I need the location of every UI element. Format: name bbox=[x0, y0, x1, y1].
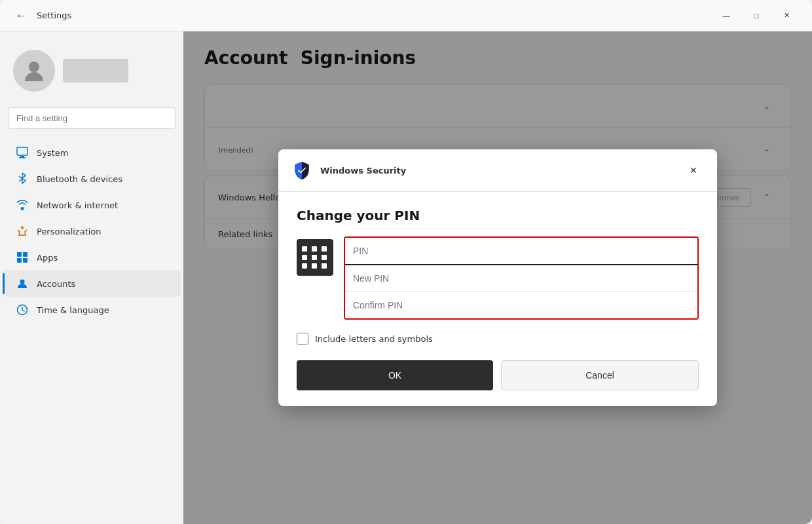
pin-keypad-icon bbox=[297, 239, 333, 276]
svg-rect-1 bbox=[17, 147, 28, 155]
sidebar-label-network: Network & internet bbox=[37, 200, 118, 210]
keypad-dot-8 bbox=[312, 263, 317, 269]
close-button[interactable]: ✕ bbox=[771, 5, 802, 26]
svg-rect-6 bbox=[17, 258, 22, 263]
personalization-icon bbox=[16, 225, 29, 238]
keypad-dot-4 bbox=[302, 255, 307, 260]
pin-fields-container bbox=[344, 236, 699, 320]
pin-form-container bbox=[297, 236, 699, 320]
svg-rect-5 bbox=[23, 252, 28, 257]
dialog-buttons: OK Cancel bbox=[297, 360, 699, 390]
main-content: System Bluetooth & devices bbox=[0, 31, 812, 524]
dialog-body: Change your PIN bbox=[278, 192, 717, 406]
svg-rect-7 bbox=[23, 258, 28, 263]
change-pin-dialog: Windows Security ✕ Change your PIN bbox=[278, 149, 717, 406]
sidebar-item-bluetooth[interactable]: Bluetooth & devices bbox=[3, 166, 181, 192]
new-pin-row bbox=[345, 265, 697, 292]
sidebar-label-time: Time & language bbox=[37, 305, 109, 315]
dialog-heading: Change your PIN bbox=[297, 208, 699, 223]
keypad-dot-3 bbox=[322, 246, 327, 252]
sidebar-label-apps: Apps bbox=[37, 253, 58, 263]
include-letters-checkbox[interactable] bbox=[297, 333, 308, 345]
bluetooth-icon bbox=[16, 172, 29, 185]
current-pin-input[interactable] bbox=[353, 243, 690, 259]
avatar bbox=[13, 50, 55, 92]
keypad-dot-2 bbox=[312, 246, 317, 252]
current-pin-row bbox=[345, 238, 697, 265]
sidebar-item-personalization[interactable]: Personalization bbox=[3, 218, 181, 244]
checkbox-row: Include letters and symbols bbox=[297, 333, 699, 345]
svg-rect-2 bbox=[20, 156, 24, 157]
system-icon bbox=[16, 146, 29, 159]
sidebar-item-apps[interactable]: Apps bbox=[3, 244, 181, 271]
back-button[interactable]: ← bbox=[10, 5, 31, 26]
svg-point-0 bbox=[29, 62, 39, 72]
sidebar-label-bluetooth: Bluetooth & devices bbox=[37, 174, 122, 184]
sidebar: System Bluetooth & devices bbox=[0, 31, 183, 524]
new-pin-input[interactable] bbox=[353, 271, 690, 286]
sidebar-label-accounts: Accounts bbox=[37, 279, 75, 289]
time-icon bbox=[16, 303, 29, 316]
keypad-dot-5 bbox=[312, 255, 317, 260]
sidebar-item-time[interactable]: Time & language bbox=[3, 297, 181, 323]
svg-point-8 bbox=[20, 280, 25, 284]
sidebar-item-accounts[interactable]: Accounts bbox=[3, 271, 181, 297]
user-section bbox=[0, 42, 183, 100]
sidebar-item-system[interactable]: System bbox=[3, 140, 181, 166]
maximize-button[interactable]: □ bbox=[741, 5, 771, 26]
search-input[interactable] bbox=[8, 107, 175, 129]
ok-button[interactable]: OK bbox=[297, 360, 493, 390]
windows-security-icon bbox=[291, 160, 312, 181]
sidebar-label-system: System bbox=[37, 148, 68, 158]
app-title: Settings bbox=[37, 10, 71, 20]
checkbox-label: Include letters and symbols bbox=[315, 334, 433, 344]
accounts-icon bbox=[16, 277, 29, 290]
cancel-button[interactable]: Cancel bbox=[501, 360, 699, 390]
sidebar-label-personalization: Personalization bbox=[37, 227, 101, 236]
keypad-dot-6 bbox=[322, 255, 327, 260]
button-row-container: OK Cancel bbox=[297, 360, 699, 390]
svg-rect-4 bbox=[17, 252, 22, 257]
svg-rect-3 bbox=[19, 157, 26, 159]
overlay: Windows Security ✕ Change your PIN bbox=[183, 31, 812, 524]
dialog-header: Windows Security ✕ bbox=[278, 149, 717, 192]
content-area: Account Sign-in ions ⌄ )mended) bbox=[183, 31, 812, 524]
confirm-pin-input[interactable] bbox=[353, 297, 690, 313]
keypad-dot-7 bbox=[302, 263, 307, 269]
network-icon bbox=[16, 198, 29, 212]
apps-icon bbox=[16, 251, 29, 264]
dialog-title: Windows Security bbox=[320, 166, 683, 176]
user-name-blurred bbox=[63, 59, 128, 83]
annotation-arrow bbox=[278, 373, 297, 406]
confirm-pin-row bbox=[345, 292, 697, 318]
keypad-grid bbox=[302, 246, 328, 269]
sidebar-item-network[interactable]: Network & internet bbox=[3, 192, 181, 218]
titlebar: ← Settings — □ ✕ bbox=[0, 0, 812, 31]
minimize-button[interactable]: — bbox=[711, 5, 741, 26]
keypad-dot-9 bbox=[322, 263, 327, 269]
window-controls: — □ ✕ bbox=[711, 5, 802, 26]
keypad-dot-1 bbox=[302, 246, 307, 252]
dialog-close-button[interactable]: ✕ bbox=[683, 160, 704, 181]
main-window: ← Settings — □ ✕ bbox=[0, 0, 812, 524]
